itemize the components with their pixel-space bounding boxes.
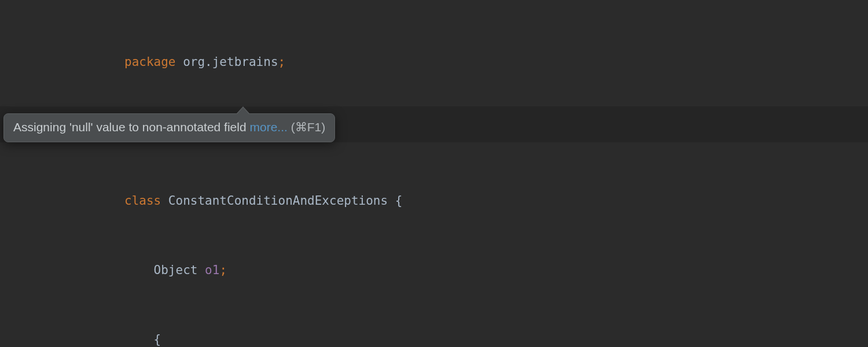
- brace: {: [395, 194, 403, 208]
- tooltip-message: Assigning 'null' value to non-annotated …: [13, 120, 249, 134]
- type-name: Object: [154, 263, 205, 277]
- class-name: ConstantConditionAndExceptions: [161, 194, 395, 208]
- field-name: o1: [205, 263, 219, 277]
- indent: [124, 263, 154, 277]
- inspection-tooltip[interactable]: Assigning 'null' value to non-annotated …: [3, 113, 335, 142]
- keyword: class: [124, 194, 161, 208]
- indent: [124, 333, 154, 346]
- semicolon: ;: [219, 263, 227, 277]
- brace: {: [154, 333, 161, 346]
- code-line: Object o1;: [0, 261, 868, 279]
- package-name: org.jetbrains: [176, 55, 278, 69]
- tooltip-shortcut: (⌘F1): [288, 120, 325, 134]
- tooltip-caret: [237, 108, 249, 114]
- code-line: package org.jetbrains;: [0, 53, 868, 71]
- code-line: {: [0, 331, 868, 347]
- keyword: package: [124, 55, 176, 69]
- semicolon: ;: [278, 55, 286, 69]
- tooltip-more-link[interactable]: more...: [249, 120, 287, 134]
- code-editor[interactable]: package org.jetbrains; class ConstantCon…: [0, 0, 868, 347]
- code-line: class ConstantConditionAndExceptions {: [0, 192, 868, 209]
